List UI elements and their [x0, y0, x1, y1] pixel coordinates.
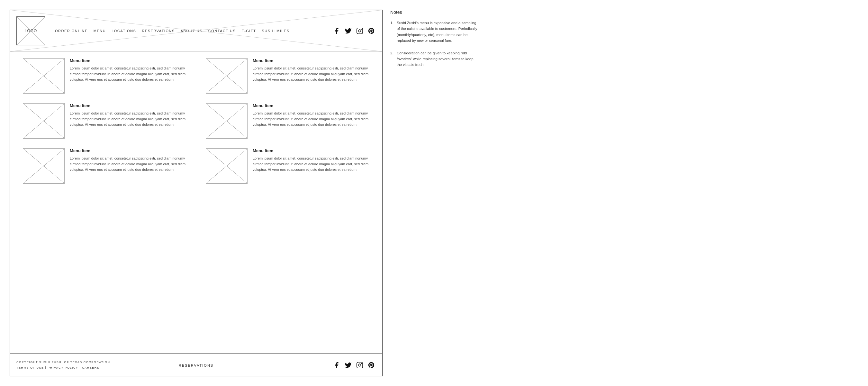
notes-item-1-text: Sushi Zushi's menu is expansive and a sa… — [397, 20, 478, 44]
nav-contact-us[interactable]: CONTACT US — [208, 29, 236, 33]
nav-order-online[interactable]: ORDER ONLINE — [55, 29, 88, 33]
menu-item-desc-1: Lorem ipsum dolor sit amet, consetetur s… — [253, 66, 369, 83]
menu-card-0: Menu ItemLorem ipsum dolor sit amet, con… — [23, 58, 186, 94]
menu-grid: Menu ItemLorem ipsum dolor sit amet, con… — [23, 58, 369, 184]
notes-item-2: 2.Consideration can be given to keeping … — [390, 50, 478, 68]
logo: LOGO — [17, 17, 45, 46]
notes-item-2-text: Consideration can be given to keeping "o… — [397, 50, 478, 68]
footer-copyright: COPYRIGHT SUSHI ZUSHI OF TEXAS CORPORATI… — [17, 360, 136, 365]
menu-card-4: Menu ItemLorem ipsum dolor sit amet, con… — [23, 148, 186, 184]
notes-item-2-num: 2. — [390, 50, 397, 56]
nav-reservations[interactable]: RESERVATIONS — [142, 29, 175, 33]
menu-card-5: Menu ItemLorem ipsum dolor sit amet, con… — [206, 148, 369, 184]
menu-card-2: Menu ItemLorem ipsum dolor sit amet, con… — [23, 103, 186, 139]
menu-item-title-2: Menu Item — [70, 103, 186, 108]
menu-info-2: Menu ItemLorem ipsum dolor sit amet, con… — [70, 103, 186, 128]
menu-item-title-4: Menu Item — [70, 148, 186, 153]
logo-text: LOGO — [25, 29, 37, 33]
menu-info-1: Menu ItemLorem ipsum dolor sit amet, con… — [253, 58, 369, 83]
footer-twitter-icon[interactable] — [344, 361, 353, 369]
menu-card-1: Menu ItemLorem ipsum dolor sit amet, con… — [206, 58, 369, 94]
menu-item-desc-2: Lorem ipsum dolor sit amet, consetetur s… — [70, 111, 186, 128]
menu-image-1 — [206, 58, 248, 94]
menu-item-title-5: Menu Item — [253, 148, 369, 153]
notes-panel: Notes 1.Sushi Zushi's menu is expansive … — [382, 0, 486, 386]
nav-locations[interactable]: LOCATIONS — [112, 29, 136, 33]
svg-rect-2 — [357, 28, 363, 33]
footer-reservations[interactable]: RESERVATIONS — [179, 363, 214, 367]
menu-image-5 — [206, 148, 248, 184]
menu-item-desc-0: Lorem ipsum dolor sit amet, consetetur s… — [70, 66, 186, 83]
notes-item-1: 1.Sushi Zushi's menu is expansive and a … — [390, 20, 478, 44]
pinterest-icon[interactable] — [367, 26, 376, 35]
menu-item-title-0: Menu Item — [70, 58, 186, 63]
menu-item-title-1: Menu Item — [253, 58, 369, 63]
nav-e-gift[interactable]: E-GIFT — [242, 29, 256, 33]
header: LOGO ORDER ONLINE MENU LOCATIONS RESERVA… — [10, 10, 382, 52]
nav-menu[interactable]: MENU — [94, 29, 106, 33]
svg-rect-4 — [357, 362, 363, 368]
menu-image-3 — [206, 103, 248, 139]
notes-item-1-num: 1. — [390, 20, 397, 26]
footer: COPYRIGHT SUSHI ZUSHI OF TEXAS CORPORATI… — [10, 354, 382, 376]
menu-item-title-3: Menu Item — [253, 103, 369, 108]
facebook-icon[interactable] — [332, 26, 341, 35]
menu-image-0 — [23, 58, 65, 94]
menu-info-5: Menu ItemLorem ipsum dolor sit amet, con… — [253, 148, 369, 173]
notes-title: Notes — [390, 10, 478, 15]
twitter-icon[interactable] — [344, 26, 353, 35]
menu-item-desc-5: Lorem ipsum dolor sit amet, consetetur s… — [253, 156, 369, 173]
footer-links[interactable]: TERMS OF USE | PRIVACY POLICY | CAREERS — [17, 365, 136, 370]
footer-facebook-icon[interactable] — [332, 361, 341, 369]
main-content: Menu ItemLorem ipsum dolor sit amet, con… — [10, 52, 382, 354]
menu-info-0: Menu ItemLorem ipsum dolor sit amet, con… — [70, 58, 186, 83]
menu-card-3: Menu ItemLorem ipsum dolor sit amet, con… — [206, 103, 369, 139]
menu-info-4: Menu ItemLorem ipsum dolor sit amet, con… — [70, 148, 186, 173]
footer-instagram-icon[interactable] — [355, 361, 364, 369]
wireframe-container: LOGO ORDER ONLINE MENU LOCATIONS RESERVA… — [10, 10, 382, 376]
footer-right — [256, 361, 376, 369]
footer-pinterest-icon[interactable] — [367, 361, 376, 369]
nav-about-us[interactable]: ABOUT US — [181, 29, 203, 33]
footer-left: COPYRIGHT SUSHI ZUSHI OF TEXAS CORPORATI… — [17, 360, 136, 370]
menu-item-desc-4: Lorem ipsum dolor sit amet, consetetur s… — [70, 156, 186, 173]
social-icons — [332, 26, 376, 35]
footer-center: RESERVATIONS — [136, 362, 256, 368]
menu-info-3: Menu ItemLorem ipsum dolor sit amet, con… — [253, 103, 369, 128]
menu-image-4 — [23, 148, 65, 184]
footer-social-icons — [332, 361, 376, 369]
menu-item-desc-3: Lorem ipsum dolor sit amet, consetetur s… — [253, 111, 369, 128]
menu-image-2 — [23, 103, 65, 139]
instagram-icon[interactable] — [355, 26, 364, 35]
main-nav: ORDER ONLINE MENU LOCATIONS RESERVATIONS… — [55, 29, 329, 33]
nav-sushi-miles[interactable]: SUSHI MILES — [262, 29, 289, 33]
